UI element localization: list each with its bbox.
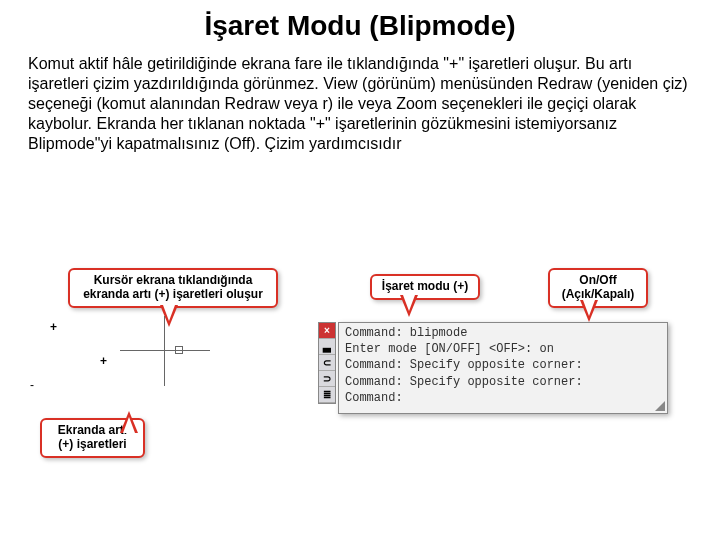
diagram-area: Kursör ekrana tıklandığında ekranda artı… bbox=[0, 250, 720, 510]
side-toolbar[interactable]: × ▃ ⊂ ⊃ ≣ bbox=[318, 322, 336, 404]
crosshair-h bbox=[120, 350, 210, 351]
description-paragraph: Komut aktif hâle getirildiğinde ekrana f… bbox=[28, 54, 692, 154]
command-line: Command: blipmode bbox=[345, 325, 661, 341]
callout-cursor: Kursör ekrana tıklandığında ekranda artı… bbox=[68, 268, 278, 308]
callout-onoff-pointer bbox=[580, 300, 598, 322]
command-window[interactable]: Command: blipmode Enter mode [ON/OFF] <O… bbox=[338, 322, 668, 414]
toolbar-icon[interactable]: ▃ bbox=[319, 339, 335, 355]
callout-plus-pointer bbox=[120, 411, 138, 433]
plus-mark: + bbox=[100, 354, 107, 368]
resize-grip-icon[interactable] bbox=[655, 401, 665, 411]
plus-mark: + bbox=[50, 320, 57, 334]
toolbar-icon[interactable]: ⊂ bbox=[319, 355, 335, 371]
command-line: Command: Specify opposite corner: bbox=[345, 357, 661, 373]
callout-cursor-pointer bbox=[160, 305, 178, 327]
crosshair-v bbox=[164, 316, 165, 386]
command-line: Enter mode [ON/OFF] <OFF>: on bbox=[345, 341, 661, 357]
callout-onoff: On/Off (Açık/Kapalı) bbox=[548, 268, 648, 308]
dash-mark: - bbox=[30, 378, 34, 392]
close-icon[interactable]: × bbox=[319, 323, 335, 339]
callout-mode: İşaret modu (+) bbox=[370, 274, 480, 300]
toolbar-icon[interactable]: ≣ bbox=[319, 387, 335, 403]
cursor-pickbox bbox=[175, 346, 183, 354]
toolbar-icon[interactable]: ⊃ bbox=[319, 371, 335, 387]
callout-mode-pointer bbox=[400, 295, 418, 317]
command-line: Command: bbox=[345, 390, 661, 406]
command-line: Command: Specify opposite corner: bbox=[345, 374, 661, 390]
page-title: İşaret Modu (Blipmode) bbox=[0, 10, 720, 42]
